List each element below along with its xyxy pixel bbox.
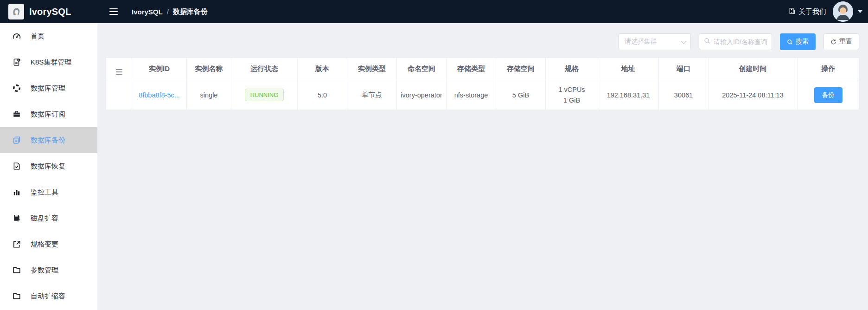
sidebar-item-monitoring-tools[interactable]: 监控工具 — [0, 179, 97, 205]
sidebar-item-database-management[interactable]: 数据库管理 — [0, 75, 97, 101]
external-link-icon — [13, 240, 21, 248]
brand-name: IvorySQL — [29, 6, 71, 17]
cluster-select-placeholder: 请选择集群 — [625, 38, 657, 46]
sidebar-item-home[interactable]: 首页 — [0, 23, 97, 49]
folder-icon — [13, 266, 21, 274]
instance-type-cell: 单节点 — [347, 80, 397, 110]
top-bar: IvorySQL IvorySQL / 数据库备份 关于我们 — [0, 0, 868, 23]
sidebar-item-auto-scaling[interactable]: 自动扩缩容 — [0, 283, 97, 309]
breadcrumb-root[interactable]: IvorySQL — [132, 8, 163, 16]
search-field[interactable] — [699, 33, 772, 50]
header-spec: 规格 — [546, 58, 598, 80]
sidebar-item-database-subscription[interactable]: 数据库订阅 — [0, 101, 97, 127]
instance-name-cell: single — [187, 80, 231, 110]
spec-memory: 1 GiB — [546, 95, 598, 105]
copy-document-icon — [13, 136, 21, 144]
brand[interactable]: IvorySQL — [0, 4, 97, 19]
search-button-label: 搜索 — [796, 38, 809, 46]
search-input[interactable] — [714, 38, 767, 45]
header-created-at: 创建时间 — [708, 58, 798, 80]
chevron-down-icon — [681, 38, 687, 44]
sidebar-item-label: 数据库管理 — [31, 84, 65, 93]
menu-collapse-icon[interactable] — [109, 8, 118, 15]
filter-bar: 请选择集群 搜索 重置 — [106, 33, 859, 50]
gauge-icon — [13, 32, 21, 40]
header-version: 版本 — [298, 58, 347, 80]
header-address: 地址 — [598, 58, 659, 80]
spec-cell: 1 vCPUs 1 GiB — [546, 80, 598, 110]
briefcase-icon — [13, 110, 21, 118]
document-check-icon — [13, 162, 21, 170]
sidebar-item-label: 磁盘扩容 — [31, 214, 58, 223]
cluster-select[interactable]: 请选择集群 — [619, 33, 691, 50]
sidebar-item-label: 首页 — [31, 32, 45, 41]
header-instance-name: 实例名称 — [187, 58, 231, 80]
storage-size-cell: 5 GiB — [496, 80, 546, 110]
header-instance-type: 实例类型 — [347, 58, 397, 80]
sidebar-item-label: 参数管理 — [31, 266, 58, 275]
compass-icon — [13, 84, 21, 92]
user-avatar[interactable] — [833, 1, 853, 22]
backup-button[interactable]: 备份 — [814, 87, 842, 103]
reset-button[interactable]: 重置 — [823, 33, 859, 50]
about-us-link[interactable]: 关于我们 — [789, 7, 826, 16]
header-namespace: 命名空间 — [397, 58, 447, 80]
table-row: 8fbba8f8-5c... single RUNNING 5.0 单节点 iv… — [106, 80, 859, 110]
namespace-cell: ivory-operator — [397, 80, 447, 110]
header-storage-type: 存储类型 — [447, 58, 496, 80]
sidebar-item-database-backup[interactable]: 数据库备份 — [0, 127, 97, 153]
header-run-status: 运行状态 — [231, 58, 298, 80]
sidebar-item-parameter-management[interactable]: 参数管理 — [0, 257, 97, 283]
port-cell: 30061 — [659, 80, 708, 110]
reset-button-label: 重置 — [839, 38, 852, 46]
sidebar-item-database-restore[interactable]: 数据库恢复 — [0, 153, 97, 179]
folder-icon — [13, 292, 21, 300]
search-button[interactable]: 搜索 — [780, 33, 816, 50]
sidebar-item-label: 监控工具 — [31, 188, 58, 197]
document-icon — [13, 58, 21, 66]
sidebar-item-label: 数据库备份 — [31, 136, 65, 145]
address-cell: 192.168.31.31 — [598, 80, 659, 110]
sidebar-item-disk-expansion[interactable]: 磁盘扩容 — [0, 205, 97, 231]
disk-edit-icon — [13, 214, 21, 222]
main-content: 请选择集群 搜索 重置 — [97, 23, 868, 310]
sidebar-item-label: K8S集群管理 — [31, 58, 71, 67]
sidebar-item-spec-change[interactable]: 规格变更 — [0, 231, 97, 257]
spec-cpu: 1 vCPUs — [546, 84, 598, 95]
header-instance-id: 实例ID — [132, 58, 187, 80]
sidebar-item-label: 规格变更 — [31, 240, 58, 249]
list-icon — [116, 69, 122, 75]
sidebar-item-label: 数据库订阅 — [31, 110, 65, 119]
sidebar: 首页 K8S集群管理 数据库管理 数据库订阅 数据库备份 — [0, 23, 97, 310]
bar-chart-icon — [13, 188, 21, 196]
breadcrumb-separator: / — [167, 8, 169, 16]
breadcrumb: IvorySQL / 数据库备份 — [132, 7, 208, 16]
about-us-label: 关于我们 — [798, 7, 826, 16]
header-storage-size: 存储空间 — [496, 58, 546, 80]
table-header-row: 实例ID 实例名称 运行状态 版本 实例类型 命名空间 存储类型 存储空间 规格… — [106, 58, 859, 80]
row-select-cell — [106, 80, 132, 110]
version-cell: 5.0 — [298, 80, 347, 110]
search-icon — [704, 38, 710, 46]
breadcrumb-current: 数据库备份 — [173, 7, 208, 16]
building-icon — [789, 7, 796, 16]
status-badge: RUNNING — [245, 89, 284, 101]
header-actions: 操作 — [798, 58, 859, 80]
chevron-down-icon[interactable] — [858, 10, 862, 13]
sidebar-item-label: 数据库恢复 — [31, 162, 65, 171]
created-at-cell: 2025-11-24 08:11:13 — [708, 80, 798, 110]
sidebar-item-label: 自动扩缩容 — [31, 292, 65, 301]
sidebar-item-k8s-cluster[interactable]: K8S集群管理 — [0, 49, 97, 75]
instances-table: 实例ID 实例名称 运行状态 版本 实例类型 命名空间 存储类型 存储空间 规格… — [106, 58, 859, 110]
instance-id-link[interactable]: 8fbba8f8-5c... — [139, 91, 180, 99]
ivorysql-logo-icon — [8, 4, 24, 19]
header-port: 端口 — [659, 58, 708, 80]
column-settings-header[interactable] — [106, 58, 132, 80]
storage-type-cell: nfs-storage — [447, 80, 496, 110]
